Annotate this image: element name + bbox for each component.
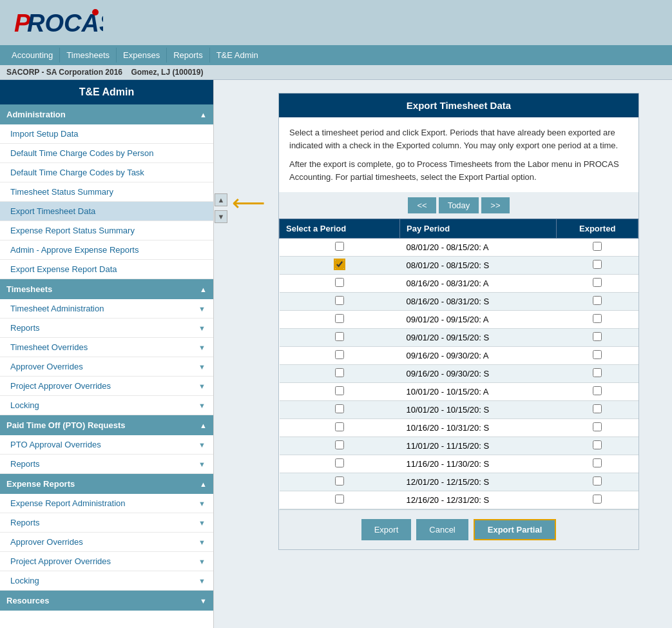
nav-timesheets[interactable]: Timesheets bbox=[60, 48, 117, 63]
period-select-cell-3 bbox=[280, 293, 400, 311]
pay-period-cell-4: 09/01/20 - 09/15/20: A bbox=[399, 311, 556, 329]
exported-checkbox-9[interactable] bbox=[593, 404, 602, 413]
period-select-checkbox-11[interactable] bbox=[335, 440, 344, 449]
table-row: 09/01/20 - 09/15/20: S bbox=[280, 329, 638, 347]
exported-checkbox-2[interactable] bbox=[593, 278, 602, 287]
sidebar-title: T&E Admin bbox=[0, 80, 213, 104]
sidebar-item-expense-approver-overrides[interactable]: Approver Overrides ▼ bbox=[0, 533, 213, 552]
sidebar-item-import-setup-data[interactable]: Import Setup Data bbox=[0, 124, 213, 144]
exported-checkbox-4[interactable] bbox=[593, 314, 602, 323]
arrow-indicator: ⟵ bbox=[232, 190, 265, 217]
nav-expenses[interactable]: Expenses bbox=[117, 48, 167, 63]
period-select-checkbox-5[interactable] bbox=[335, 332, 344, 341]
nav-te-admin[interactable]: T&E Admin bbox=[210, 48, 265, 63]
pay-period-cell-2: 08/16/20 - 08/31/20: A bbox=[399, 275, 556, 293]
table-row: 09/16/20 - 09/30/20: A bbox=[280, 347, 638, 365]
period-today-button[interactable]: Today bbox=[439, 197, 479, 213]
sidebar-item-pto-approval-overrides[interactable]: PTO Approval Overrides ▼ bbox=[0, 435, 213, 455]
table-row: 10/16/20 - 10/31/20: S bbox=[280, 419, 638, 437]
sidebar-section-expense-reports[interactable]: Expense Reports ▲ bbox=[0, 474, 213, 494]
sidebar-item-default-time-task[interactable]: Default Time Charge Codes by Task bbox=[0, 163, 213, 182]
locking-arrow-icon: ▼ bbox=[198, 402, 206, 409]
expense-reports-collapse-icon: ▲ bbox=[200, 480, 207, 488]
period-select-checkbox-12[interactable] bbox=[335, 458, 344, 467]
sidebar-item-expense-project-approver[interactable]: Project Approver Overrides ▼ bbox=[0, 552, 213, 571]
period-select-checkbox-8[interactable] bbox=[335, 386, 344, 395]
pay-period-cell-8: 10/01/20 - 10/15/20: A bbox=[399, 383, 556, 401]
exported-checkbox-6[interactable] bbox=[593, 350, 602, 359]
sidebar-item-admin-approve[interactable]: Admin - Approve Expense Reports bbox=[0, 240, 213, 260]
col-header-select: Select a Period bbox=[280, 219, 400, 239]
exported-checkbox-0[interactable] bbox=[593, 242, 602, 251]
period-select-checkbox-0[interactable] bbox=[335, 242, 344, 251]
period-select-checkbox-13[interactable] bbox=[335, 476, 344, 486]
exported-checkbox-10[interactable] bbox=[593, 422, 602, 431]
sidebar-item-timesheets-reports[interactable]: Reports ▼ bbox=[0, 319, 213, 338]
period-select-checkbox-9[interactable] bbox=[335, 404, 344, 413]
period-select-checkbox-6[interactable] bbox=[335, 350, 344, 359]
sidebar-item-timesheet-overrides[interactable]: Timesheet Overrides ▼ bbox=[0, 338, 213, 357]
sidebar-collapse-down-btn[interactable]: ▼ bbox=[215, 210, 227, 223]
period-select-checkbox-3[interactable] bbox=[335, 296, 344, 305]
period-select-checkbox-2[interactable] bbox=[335, 278, 344, 287]
sidebar-section-pto[interactable]: Paid Time Off (PTO) Requests ▲ bbox=[0, 415, 213, 435]
exported-cell-8 bbox=[557, 383, 638, 401]
period-select-checkbox-4[interactable] bbox=[335, 314, 344, 323]
table-row: 10/01/20 - 10/15/20: S bbox=[280, 401, 638, 419]
pay-period-cell-0: 08/01/20 - 08/15/20: A bbox=[399, 239, 556, 257]
sidebar-item-approver-overrides[interactable]: Approver Overrides ▼ bbox=[0, 357, 213, 377]
pto-approval-arrow-icon: ▼ bbox=[198, 441, 206, 449]
export-timesheet-label: Export Timesheet Data bbox=[10, 206, 95, 216]
exported-checkbox-8[interactable] bbox=[593, 386, 602, 395]
exported-cell-3 bbox=[557, 293, 638, 311]
sidebar-item-default-time-person[interactable]: Default Time Charge Codes by Person bbox=[0, 144, 213, 163]
cancel-button[interactable]: Cancel bbox=[416, 519, 468, 540]
sidebar-collapse-up-btn[interactable]: ▲ bbox=[215, 193, 227, 206]
sidebar-item-export-timesheet[interactable]: Export Timesheet Data bbox=[0, 202, 213, 221]
period-prev-button[interactable]: << bbox=[408, 197, 436, 213]
period-select-checkbox-14[interactable] bbox=[335, 495, 344, 504]
period-select-checkbox-10[interactable] bbox=[335, 422, 344, 431]
period-select-cell-10 bbox=[280, 419, 400, 437]
sidebar-item-locking[interactable]: Locking ▼ bbox=[0, 396, 213, 415]
sidebar-item-export-expense[interactable]: Export Expense Report Data bbox=[0, 260, 213, 279]
sidebar-section-timesheets[interactable]: Timesheets ▲ bbox=[0, 279, 213, 299]
sidebar-item-timesheet-status[interactable]: Timesheet Status Summary bbox=[0, 182, 213, 202]
sidebar-item-expense-locking[interactable]: Locking ▼ bbox=[0, 571, 213, 591]
export-partial-button[interactable]: Export Partial bbox=[474, 519, 557, 540]
sidebar-item-expense-report-status[interactable]: Expense Report Status Summary bbox=[0, 221, 213, 240]
exported-cell-6 bbox=[557, 347, 638, 365]
table-row: 08/16/20 - 08/31/20: S bbox=[280, 293, 638, 311]
exported-checkbox-11[interactable] bbox=[593, 440, 602, 449]
sidebar-item-timesheet-admin[interactable]: Timesheet Administration ▼ bbox=[0, 299, 213, 319]
export-button[interactable]: Export bbox=[361, 519, 412, 540]
exported-checkbox-13[interactable] bbox=[593, 476, 602, 486]
exported-checkbox-7[interactable] bbox=[593, 368, 602, 377]
exported-checkbox-14[interactable] bbox=[593, 495, 602, 504]
timesheets-reports-arrow-icon: ▼ bbox=[198, 324, 206, 332]
period-select-checkbox-1[interactable] bbox=[335, 260, 344, 269]
period-select-cell-7 bbox=[280, 365, 400, 383]
nav-reports[interactable]: Reports bbox=[167, 48, 210, 63]
sidebar-item-pto-reports[interactable]: Reports ▼ bbox=[0, 455, 213, 474]
pay-period-cell-14: 12/16/20 - 12/31/20: S bbox=[399, 491, 556, 509]
sidebar-section-administration[interactable]: Administration ▲ bbox=[0, 104, 213, 124]
table-row: 08/01/20 - 08/15/20: S bbox=[280, 257, 638, 275]
exported-cell-5 bbox=[557, 329, 638, 347]
exported-checkbox-3[interactable] bbox=[593, 296, 602, 305]
pay-period-cell-10: 10/16/20 - 10/31/20: S bbox=[399, 419, 556, 437]
sidebar-item-expense-reports-reports[interactable]: Reports ▼ bbox=[0, 513, 213, 533]
pay-period-cell-11: 11/01/20 - 11/15/20: S bbox=[399, 437, 556, 455]
period-select-checkbox-7[interactable] bbox=[335, 368, 344, 377]
sidebar-item-expense-report-admin[interactable]: Expense Report Administration ▼ bbox=[0, 494, 213, 513]
exported-checkbox-1[interactable] bbox=[593, 260, 602, 269]
exported-checkbox-5[interactable] bbox=[593, 332, 602, 341]
exported-cell-13 bbox=[557, 473, 638, 491]
main-layout: T&E Admin Administration ▲ Import Setup … bbox=[0, 80, 672, 628]
sidebar-section-resources[interactable]: Resources ▼ bbox=[0, 591, 213, 611]
exported-checkbox-12[interactable] bbox=[593, 458, 602, 467]
period-next-button[interactable]: >> bbox=[481, 197, 509, 213]
sidebar-item-project-approver-overrides[interactable]: Project Approver Overrides ▼ bbox=[0, 377, 213, 396]
nav-accounting[interactable]: Accounting bbox=[5, 48, 60, 63]
pay-period-cell-7: 09/16/20 - 09/30/20: S bbox=[399, 365, 556, 383]
